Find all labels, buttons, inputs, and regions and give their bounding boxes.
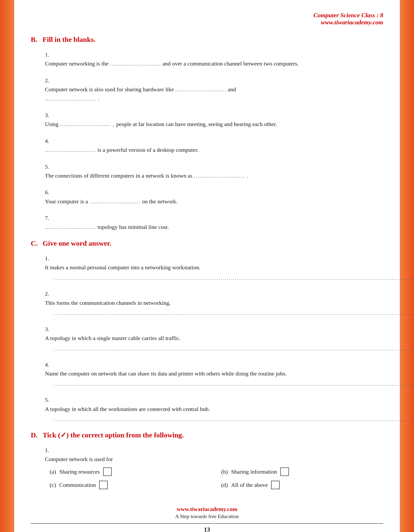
- option-b-box[interactable]: [280, 467, 289, 476]
- option-d-text: All of the above: [231, 480, 268, 489]
- section-b-header: B. Fill in the blanks.: [31, 36, 383, 44]
- b-q2-text: Computer network is also used for sharin…: [45, 85, 374, 103]
- footer-tagline: A Step towards free Education: [31, 513, 383, 520]
- option-a-box[interactable]: [103, 467, 112, 476]
- option-d-row: (d) All of the above: [221, 480, 383, 489]
- section-c-questions: 1. It makes a normal personal computer i…: [45, 254, 383, 423]
- b-q7-number: 7.: [45, 214, 53, 222]
- c-q4-text: Name the computer on network that can sh…: [45, 369, 374, 378]
- b-q1-text: Computer networking is the .............…: [45, 59, 374, 68]
- d-q1-number: 1.: [45, 446, 53, 455]
- section-b-title: Fill in the blanks.: [43, 36, 95, 44]
- page-wrapper: Computer Science Class : 8 www.tiwariaca…: [14, 0, 400, 532]
- footer: www.tiwariacademy.com A Step towards fre…: [31, 501, 383, 532]
- d-question-1: 1. Computer network is used for (a) Shar…: [45, 446, 383, 490]
- c-q1-number: 1.: [45, 254, 53, 263]
- b-q3-blank1: ........................... ,: [60, 120, 115, 129]
- c-q5-number: 5.: [45, 395, 53, 404]
- b-question-1: 1. Computer networking is the ..........…: [45, 50, 383, 68]
- b-question-3: 3. Using ........................... , p…: [45, 111, 383, 129]
- option-b-row: (b) Sharing information: [221, 467, 383, 476]
- c-q4-answer-line: ........................................…: [54, 380, 383, 388]
- option-b-label: (b): [221, 467, 228, 476]
- section-d-header: D. Tick (✓) the correct option from the …: [31, 431, 383, 439]
- class-title: Computer Science Class : 8: [31, 12, 383, 19]
- section-c-header: C. Give one word answer.: [31, 239, 383, 247]
- b-q2-blank1: ...........................: [175, 85, 226, 94]
- b-question-7: 7. ........................... topology …: [45, 214, 383, 232]
- b-q2-number: 2.: [45, 76, 53, 85]
- section-c-title: Give one word answer.: [43, 239, 111, 247]
- option-d-box[interactable]: [271, 481, 280, 489]
- c-q3-number: 3.: [45, 325, 53, 334]
- c-q5-text: A topology in which all the workstations…: [45, 405, 374, 414]
- c-question-4: 4. Name the computer on network that can…: [45, 360, 383, 388]
- b-q6-blank1: ...........................: [89, 197, 141, 206]
- b-q3-text: Using ........................... , peop…: [45, 120, 374, 129]
- c-q4-number: 4.: [45, 360, 53, 369]
- b-question-6: 6. Your computer is a ..................…: [45, 188, 383, 206]
- b-q6-number: 6.: [45, 188, 53, 197]
- option-c-box[interactable]: [99, 481, 108, 489]
- b-question-4: 4. ........................... is a powe…: [45, 136, 383, 155]
- header-website: www.tiwariacademy.com: [31, 19, 383, 26]
- b-question-5: 5. The connections of different computer…: [45, 162, 383, 180]
- b-q1-blank1: ...........................: [110, 59, 161, 68]
- b-q7-blank1: ...........................: [45, 222, 96, 231]
- section-d-title: Tick (✓) the correct option from the fol…: [43, 431, 184, 439]
- c-question-2: 2. This forms the communication channels…: [45, 289, 383, 317]
- option-b-text: Sharing information: [231, 467, 277, 476]
- c-q2-text: This forms the communication channels in…: [45, 298, 374, 307]
- footer-website: www.tiwariacademy.com: [31, 506, 383, 512]
- b-q2-blank2: ........................... .: [45, 94, 100, 103]
- c-question-1: 1. It makes a normal personal computer i…: [45, 254, 383, 282]
- b-q6-text: Your computer is a .....................…: [45, 197, 374, 206]
- b-q4-blank1: ...........................: [45, 145, 96, 154]
- page-number: 13: [31, 526, 383, 532]
- section-b-questions: 1. Computer networking is the ..........…: [45, 50, 383, 232]
- d-q1-options: (a) Sharing resources (b) Sharing inform…: [50, 467, 383, 490]
- b-q4-number: 4.: [45, 136, 53, 145]
- c-q5-answer-line: ........................................…: [54, 416, 383, 423]
- c-q3-answer-line: ........................................…: [54, 345, 383, 352]
- c-q2-number: 2.: [45, 289, 53, 298]
- header: Computer Science Class : 8 www.tiwariaca…: [31, 10, 383, 26]
- option-a-text: Sharing resources: [59, 467, 100, 476]
- section-b-letter: B.: [31, 36, 38, 44]
- c-q1-text: It makes a normal personal computer into…: [45, 263, 374, 272]
- c-q2-answer-line: ........................................…: [54, 310, 383, 317]
- c-question-3: 3. A topology in which a single master c…: [45, 325, 383, 352]
- option-c-row: (c) Communication: [50, 480, 212, 489]
- b-q5-number: 5.: [45, 162, 53, 171]
- option-a-row: (a) Sharing resources: [50, 467, 212, 476]
- b-q3-number: 3.: [45, 111, 53, 120]
- footer-divider: [31, 523, 383, 524]
- b-q5-text: The connections of different computers i…: [45, 171, 374, 180]
- option-a-label: (a): [50, 467, 56, 476]
- section-d-letter: D.: [31, 431, 38, 439]
- d-q1-text: Computer network is used for: [45, 455, 374, 464]
- option-c-label: (c): [50, 480, 56, 489]
- b-question-2: 2. Computer network is also used for sha…: [45, 76, 383, 103]
- b-q7-text: ........................... topology has…: [45, 222, 374, 231]
- c-question-5: 5. A topology in which all the workstati…: [45, 395, 383, 423]
- section-c-letter: C.: [31, 239, 38, 247]
- b-q4-text: ........................... is a powerfu…: [45, 145, 374, 154]
- c-q3-text: A topology in which a single master cabl…: [45, 334, 374, 342]
- c-q1-answer-line: ........................................…: [54, 275, 383, 282]
- b-q5-blank1: ........................... .: [194, 171, 249, 180]
- option-d-label: (d): [221, 480, 228, 489]
- section-d-questions: 1. Computer network is used for (a) Shar…: [45, 446, 383, 490]
- b-q1-number: 1.: [45, 50, 53, 59]
- option-c-text: Communication: [59, 480, 96, 489]
